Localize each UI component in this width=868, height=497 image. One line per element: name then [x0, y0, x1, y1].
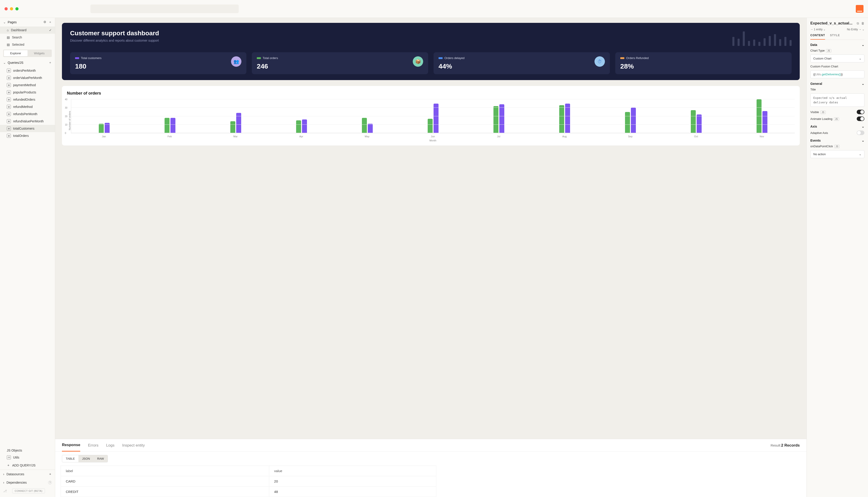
bar-group: [466, 99, 532, 133]
query-item[interactable]: ▣refundsPerMonth: [0, 110, 55, 118]
entity-outgoing[interactable]: No Entity → ⌄: [847, 28, 864, 31]
query-item[interactable]: ▣totalCustomers: [0, 125, 55, 132]
x-tick: Apr: [268, 133, 334, 138]
tab-content[interactable]: CONTENT: [810, 34, 825, 40]
section-events[interactable]: Events⌄: [810, 139, 864, 142]
view-json[interactable]: JSON: [78, 455, 93, 462]
hero-card: Customer support dashboard Discover diff…: [62, 23, 800, 80]
chart-bar: [625, 112, 630, 133]
add-page-icon[interactable]: ＋: [48, 20, 52, 24]
table-row: CREDIT48: [61, 487, 436, 497]
database-icon: ▣: [7, 83, 11, 87]
entity-incoming[interactable]: → 1 entity ⌄: [810, 28, 825, 31]
js-icon: JS: [7, 455, 11, 459]
fusion-code-input[interactable]: {{Utils.getDeliveries()}}: [810, 70, 864, 78]
chart-bar: [565, 104, 570, 133]
pages-header[interactable]: ⌄ Pages ⚙ ＋: [0, 18, 55, 27]
title-input[interactable]: [810, 94, 864, 107]
js-objects-header[interactable]: JS Objects: [0, 447, 55, 454]
adaptive-axis-toggle[interactable]: [857, 130, 864, 135]
spark-bar: [769, 36, 771, 46]
x-tick: Jul: [466, 133, 532, 138]
kpi-card: Total orders246📦: [252, 52, 428, 74]
animate-toggle[interactable]: [857, 116, 864, 121]
view-raw[interactable]: RAW: [93, 455, 107, 462]
chevron-down-icon: ⌄: [3, 61, 6, 65]
bar-group: [532, 99, 598, 133]
visible-label: VisibleJS: [810, 110, 826, 114]
page-icon: ⌂: [7, 28, 9, 32]
copy-icon[interactable]: ⧉: [857, 22, 859, 25]
section-data[interactable]: Data⌄: [810, 43, 864, 47]
delete-icon[interactable]: 🗑: [861, 22, 864, 25]
query-item[interactable]: ▣orderValuePerMonth: [0, 74, 55, 82]
tab-widgets[interactable]: Widgets: [28, 50, 51, 56]
dependencies-header[interactable]: › Dependencies ?: [0, 479, 55, 487]
y-tick: 10: [65, 123, 68, 126]
y-tick: 40: [65, 98, 68, 101]
bar-group: [137, 99, 203, 133]
visible-toggle[interactable]: [857, 110, 864, 114]
datasources-header[interactable]: › Datasources ＋: [0, 470, 55, 479]
close-window[interactable]: [4, 7, 8, 10]
database-icon: ▣: [7, 90, 11, 94]
chart-bar: [494, 106, 498, 133]
chart-bar: [230, 121, 235, 133]
query-item[interactable]: ▣popularProducts: [0, 89, 55, 96]
query-item[interactable]: ▣paymentMethod: [0, 82, 55, 89]
minimize-window[interactable]: [10, 7, 13, 10]
y-axis-label: Number of orders: [67, 99, 71, 142]
page-item-selected[interactable]: ▤Selected: [0, 41, 55, 48]
query-item[interactable]: ▣ordersPerMonth: [0, 67, 55, 74]
chevron-right-icon: ›: [3, 481, 4, 484]
titlebar: [0, 0, 868, 18]
explorer-widgets-toggle: Explorer Widgets: [3, 49, 52, 57]
omnibox[interactable]: [90, 4, 239, 13]
maximize-window[interactable]: [15, 7, 18, 10]
chart-plot: 010203040: [71, 99, 795, 133]
chart-title: Number of orders: [62, 91, 800, 96]
chart-bar: [362, 118, 367, 133]
js-utils-item[interactable]: JS Utils: [0, 454, 55, 461]
help-icon[interactable]: ?: [48, 481, 52, 484]
tab-response[interactable]: Response: [62, 439, 80, 452]
connect-git-button[interactable]: CONNECT GIT (BETA): [12, 488, 45, 493]
section-axis[interactable]: Axis⌄: [810, 125, 864, 128]
y-tick: 0: [65, 132, 66, 134]
section-general[interactable]: General⌄: [810, 82, 864, 86]
tab-style[interactable]: STYLE: [830, 34, 840, 40]
spark-bar: [748, 41, 750, 46]
fusion-label: Custom Fusion Chart: [810, 65, 838, 68]
chevron-down-icon: ⌄: [3, 20, 6, 24]
query-item[interactable]: ▣refundMethod: [0, 103, 55, 110]
queries-title: Queries/JS: [8, 61, 48, 65]
gear-icon[interactable]: ⚙: [43, 20, 46, 24]
sparkline: [732, 30, 792, 46]
add-query-icon[interactable]: ＋: [48, 61, 52, 65]
query-item[interactable]: ▣refundValuePerMonth: [0, 118, 55, 125]
tab-inspect[interactable]: Inspect entity: [122, 440, 145, 451]
chevron-down-icon: ⌄: [862, 139, 864, 142]
page-item-dashboard[interactable]: ⌂Dashboard✓: [0, 27, 55, 34]
bar-group: [400, 99, 466, 133]
database-icon: ▣: [7, 112, 11, 116]
kpi-card: Total customers180👥: [70, 52, 246, 74]
database-icon: ▣: [7, 119, 11, 123]
add-datasource-icon[interactable]: ＋: [48, 472, 52, 476]
x-tick: Aug: [532, 133, 598, 138]
tab-errors[interactable]: Errors: [88, 440, 98, 451]
tab-explorer[interactable]: Explorer: [4, 50, 28, 56]
view-table[interactable]: TABLE: [62, 455, 78, 462]
ondataclick-select[interactable]: No action⌄: [810, 150, 864, 158]
query-item[interactable]: ▣totalOrders: [0, 132, 55, 139]
query-item[interactable]: ▣refundedOrders: [0, 96, 55, 103]
chart-type-select[interactable]: Custom Chart⌄: [810, 55, 864, 62]
table-row: CARD20: [61, 476, 436, 487]
tab-logs[interactable]: Logs: [106, 440, 115, 451]
kpi-card: Orders Refunded28%: [615, 52, 792, 74]
chart-bar: [428, 119, 433, 133]
page-item-search[interactable]: ▤Search: [0, 34, 55, 41]
queries-header[interactable]: ⌄ Queries/JS ＋: [0, 58, 55, 67]
title-label: Title: [810, 88, 816, 91]
add-query-button[interactable]: ＋ ADD QUERY/JS: [0, 461, 55, 470]
